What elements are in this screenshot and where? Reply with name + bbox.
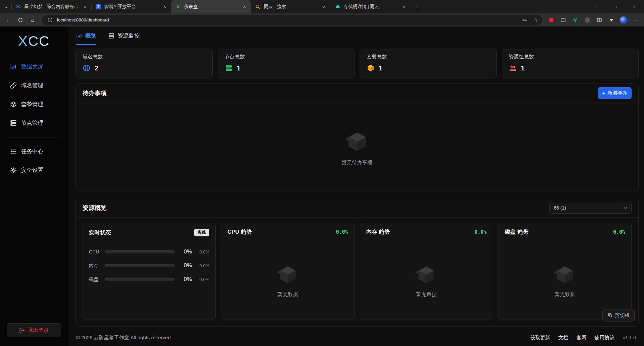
footer-link-update[interactable]: 获取更新 [530, 335, 550, 341]
meter-label: 内存 [89, 263, 102, 269]
logout-label: 退出登录 [28, 327, 49, 334]
sidebar-item-plans[interactable]: 套餐管理 [0, 95, 68, 114]
trend-value: 0.0% [613, 229, 625, 235]
disk-trend-card: 磁盘 趋势 0.0% 暂无数据 [498, 223, 632, 320]
close-tab-icon[interactable]: × [82, 4, 88, 10]
more-menu-icon[interactable]: ⋯ [631, 15, 641, 25]
tab-resource-monitor[interactable]: 资源监控 [108, 26, 140, 45]
maximize-button[interactable]: □ [606, 0, 625, 13]
v-extension-icon[interactable]: V [570, 15, 580, 25]
memory-progress-bar [105, 264, 174, 267]
extension-dim-icon[interactable] [582, 15, 592, 25]
sidebar-item-data-screen[interactable]: 数据大屏 [0, 57, 68, 76]
content: 域名总数 2 节点总数 1 [68, 45, 644, 329]
sidebar-item-label: 套餐管理 [21, 101, 43, 108]
sidebar-item-label: 数据大屏 [21, 63, 43, 70]
split-screen-icon[interactable] [594, 15, 604, 25]
close-tab-icon[interactable]: × [241, 4, 248, 10]
footer-link-terms[interactable]: 使用协议 [595, 335, 615, 341]
stat-card-nodes: 节点总数 1 [218, 49, 355, 78]
footer-links: 获取更新 文档 官网 使用协议 v1.1.0 [530, 335, 636, 341]
disk-meter-row: 磁盘 0% 0.0% [89, 276, 209, 283]
meter-detail: 0.0% [195, 263, 209, 268]
realtime-status-card: 实时状态 离线 CPU 0% 0.0% 内存 0% [83, 223, 216, 320]
browser-tab-xingchen[interactable]: XC 星尘幻梦 - 综合内容服务平台 | 星.. × [11, 0, 91, 13]
gear-icon [10, 167, 17, 174]
plus-icon: + [602, 91, 605, 96]
collections-icon[interactable] [558, 15, 568, 25]
package-icon [10, 101, 17, 108]
empty-box-icon [414, 262, 438, 286]
address-bar[interactable]: localhost:8889/dashboard ☆ [42, 15, 542, 25]
tab-label: 雨云 - 搜索 [264, 4, 318, 10]
meter-percent: 0% [178, 262, 192, 269]
password-key-icon[interactable] [520, 16, 529, 24]
meter-label: CPU [89, 249, 102, 254]
memory-trend-card: 内存 趋势 0.0% 暂无数据 [360, 223, 493, 320]
version-text: v1.1.0 [623, 335, 636, 340]
footer-link-docs[interactable]: 文档 [558, 335, 569, 341]
browser-tab-dashboard-active[interactable]: V 仪表盘 × [171, 0, 251, 13]
browser-tab-zhipu[interactable]: Z 智谱AI开放平台 × [91, 0, 171, 13]
add-todo-label: 新增待办 [607, 90, 627, 96]
trend-value: 0.0% [475, 229, 487, 235]
browser-tab-rainyun-search[interactable]: 雨云 - 搜索 × [251, 0, 331, 13]
clipboard-button[interactable]: 剪切板 [602, 309, 635, 322]
extension-red-icon[interactable] [546, 15, 556, 25]
browser-tab-bucket[interactable]: 存储桶详情 | 雨云 × [331, 0, 411, 13]
xingchen-favicon: XC [15, 4, 21, 10]
sidebar-item-domains[interactable]: 域名管理 [0, 76, 68, 95]
browser-tab-bar: ⌄ XC 星尘幻梦 - 综合内容服务平台 | 星.. × Z 智谱AI开放平台 … [0, 0, 644, 13]
close-tab-icon[interactable]: × [162, 4, 168, 10]
server-icon [10, 120, 17, 126]
chart-icon [10, 63, 17, 70]
meter-percent: 0% [178, 248, 192, 255]
empty-box-icon [553, 262, 577, 286]
memory-trend-empty: 暂无数据 [360, 241, 493, 319]
logout-button[interactable]: 退出登录 [7, 323, 61, 337]
memory-meter-row: 内存 0% 0.0% [89, 262, 209, 269]
back-icon[interactable]: ← [3, 15, 13, 25]
disk-progress-bar [105, 278, 174, 281]
sidebar-item-label: 域名管理 [21, 82, 43, 89]
minimize-button[interactable]: – [587, 0, 606, 13]
site-info-icon[interactable] [46, 16, 54, 24]
view-tabs: 概览 资源监控 [68, 26, 644, 45]
profile-avatar[interactable] [619, 15, 629, 25]
sidebar-item-tasks[interactable]: 任务中心 [0, 142, 68, 161]
stat-value: 1 [521, 64, 525, 72]
tab-label: 智谱AI开放平台 [104, 4, 159, 10]
favorite-star-icon[interactable]: ☆ [531, 16, 540, 24]
meter-detail: 0.0% [195, 277, 209, 282]
stat-value: 1 [379, 64, 383, 72]
browser-nav-bar: ← ⌂ localhost:8889/dashboard ☆ V ♥ ⋯ [0, 13, 644, 26]
todo-panel: 待办事项 + 新增待办 暂无待办事项 [75, 83, 639, 191]
empty-text: 暂无数据 [277, 291, 298, 298]
footer-link-website[interactable]: 官网 [577, 335, 587, 341]
link-icon [10, 82, 17, 89]
node-select[interactable]: 66 (1) [549, 202, 632, 214]
close-tab-icon[interactable]: × [321, 4, 327, 10]
zhipu-favicon: Z [95, 4, 101, 10]
sidebar-item-nodes[interactable]: 节点管理 [0, 114, 68, 132]
node-select-value: 66 (1) [554, 205, 566, 211]
browser-essentials-icon[interactable]: ♥ [606, 15, 616, 25]
sidebar-item-security[interactable]: 安全设置 [0, 161, 68, 180]
main-area: 概览 资源监控 域名总数 2 [68, 26, 644, 346]
close-tab-icon[interactable]: × [401, 4, 407, 10]
copyright-text: © 2026 云阶星幕工作室 All rights reserved. [76, 335, 172, 341]
task-list-icon [10, 148, 17, 155]
empty-text: 暂无数据 [416, 291, 437, 298]
home-icon[interactable]: ⌂ [28, 15, 38, 25]
users-icon [509, 64, 517, 72]
tab-overview[interactable]: 概览 [76, 26, 96, 45]
stat-card-resource-groups: 资源组总数 1 [502, 49, 639, 78]
empty-box-icon [344, 128, 371, 155]
add-todo-button[interactable]: + 新增待办 [598, 87, 632, 99]
new-tab-button[interactable]: + [412, 2, 422, 12]
tab-label: 存储桶详情 | 雨云 [344, 4, 398, 10]
resources-panel: 资源概览 66 (1) 实时状态 离线 [75, 198, 639, 327]
tab-search-icon[interactable]: ⌄ [0, 0, 11, 13]
refresh-icon[interactable] [15, 15, 25, 25]
close-window-button[interactable]: × [625, 0, 644, 13]
